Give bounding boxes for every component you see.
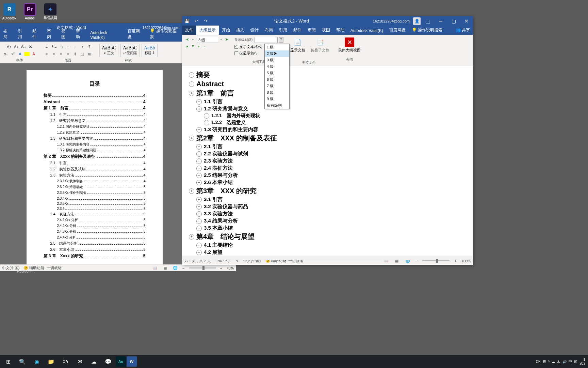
toc-entry[interactable]: 2.6 本章小结5 (44, 247, 146, 252)
justify-icon[interactable]: ≡ (65, 51, 71, 57)
tab-autodesk[interactable]: Autodesk Vault(K) (347, 27, 386, 35)
tab-baidu[interactable]: 百度网盘 (124, 27, 146, 42)
outline-document[interactable]: −摘要−Abstract+第1章 前言−1.1 引言+1.2 研究背景与意义−1… (182, 66, 473, 257)
outline-marker-icon[interactable]: − (196, 180, 202, 185)
outline-marker-icon[interactable]: − (196, 99, 202, 105)
toc-entry[interactable]: 2.3.5Xx5 (44, 201, 146, 205)
ime-indicator[interactable]: 简 (574, 359, 577, 364)
user-icon[interactable]: 👤 (413, 17, 421, 25)
level-option[interactable]: 8 级 (265, 89, 289, 96)
tab-outline[interactable]: 大纲显示 (196, 26, 219, 35)
line-spacing-icon[interactable]: ‡ (72, 51, 78, 57)
word-icon[interactable]: W (127, 356, 137, 367)
promote-icon[interactable]: ← (191, 37, 196, 42)
demote-icon[interactable]: → (219, 37, 224, 42)
tab-layout[interactable]: 布局 (0, 27, 15, 42)
tab-mailings[interactable]: 邮件 (290, 26, 305, 35)
mail-icon[interactable]: ✉ (73, 355, 86, 368)
zoom-minus[interactable]: − (182, 266, 184, 270)
tell-me[interactable]: 💡 操作说明搜索 (409, 26, 445, 35)
outline-item[interactable]: −2.5 结果与分析 (196, 172, 466, 179)
outline-item[interactable]: −1.3 研究目的和主要内容 (196, 126, 466, 133)
outline-marker-icon[interactable]: − (204, 113, 209, 119)
toc-entry[interactable]: 2.4.1Xxx 分析5 (44, 218, 146, 223)
start-button[interactable]: ⊞ (1, 355, 15, 368)
demote-to-body-icon[interactable]: ≫ (225, 37, 230, 42)
outline-marker-icon[interactable]: − (196, 204, 202, 210)
toc-entry[interactable]: 1.3.1 研究的主要内容4 (44, 142, 146, 147)
zoom-slider[interactable] (189, 267, 216, 269)
multilevel-icon[interactable]: ⊟ (58, 44, 64, 50)
explorer-icon[interactable]: 📁 (44, 355, 58, 368)
outline-marker-icon[interactable]: − (189, 72, 194, 78)
highlight-icon[interactable] (24, 52, 30, 56)
toc-entry[interactable]: 2.4.4xx 分析5 (44, 235, 146, 240)
wechat-icon[interactable]: 💬 (101, 355, 115, 368)
numbering-icon[interactable]: ⋮≡ (51, 44, 57, 50)
outline-item[interactable]: −3.4 结果与分析 (196, 218, 466, 224)
toc-entry[interactable]: 1.2.1 国内外研究现状4 (44, 124, 146, 129)
change-case-icon[interactable]: Aa (20, 44, 27, 50)
outline-marker-icon[interactable]: − (204, 120, 209, 125)
outline-item[interactable]: +第3章 XXX 的研究 (189, 186, 466, 196)
toc-entry[interactable]: 1.2 研究背景与意义4 (44, 118, 146, 123)
outline-item[interactable]: −1.2.1 国内外研究现状 (204, 113, 466, 119)
indent-right-icon[interactable]: → (72, 44, 78, 50)
show-level-dropdown[interactable] (255, 37, 278, 43)
titlebar-right[interactable]: 💾 ↶ ↷ 论文格式2 - Word 1621022264@qq.com 👤 ⬚… (182, 16, 473, 26)
tab-review[interactable]: 审阅 (44, 27, 58, 42)
level-option[interactable]: 1 级 (265, 44, 289, 50)
undo-icon[interactable]: ↶ (192, 17, 200, 25)
network-icon[interactable]: 🖧 (557, 360, 560, 364)
collapse-subdoc-button[interactable]: 📑折叠子文档 (309, 37, 331, 53)
outline-item[interactable]: −2.6 本章小结 (196, 179, 466, 186)
view-web-icon[interactable]: 🌐 (172, 265, 178, 271)
indent-left-icon[interactable]: ← (65, 44, 71, 50)
tab-design[interactable]: 设计 (247, 26, 262, 35)
share-button[interactable]: 👥 共享 (453, 26, 473, 35)
borders-icon[interactable]: ⊞ (86, 51, 93, 57)
tab-references[interactable]: 引用 (15, 27, 29, 42)
desktop-icon-adobe[interactable]: Pr Adobe (22, 3, 37, 20)
promote-to-h1-icon[interactable]: ≪ (185, 37, 190, 42)
outline-marker-icon[interactable]: − (189, 81, 194, 87)
ime-indicator[interactable]: 拼 (543, 359, 546, 364)
toc-entry[interactable]: 1.2.2 选题意义4 (44, 130, 146, 135)
redo-icon[interactable]: ↷ (202, 17, 210, 25)
tab-help[interactable]: 帮助 (333, 26, 347, 35)
outline-item[interactable]: −3.2 实验仪器与药品 (196, 203, 466, 210)
toc-entry[interactable]: 第 2 章 Xxxx 的制备及表征4 (44, 154, 146, 159)
style-heading1[interactable]: AaBb标题 1 (142, 44, 158, 57)
outline-item[interactable]: −4.2 展望 (196, 249, 466, 256)
edge-icon[interactable]: ◉ (30, 355, 44, 368)
toc-entry[interactable]: 2.2 实验仪器及试剂4 (44, 167, 146, 172)
outline-item[interactable]: −2.4 表征方法 (196, 165, 466, 171)
horizontal-scrollbar[interactable] (182, 256, 473, 260)
tab-help[interactable]: 帮助 (72, 27, 87, 42)
toc-entry[interactable]: 2.1 引言4 (44, 160, 146, 166)
level-option[interactable]: 所有级别 (265, 102, 289, 109)
toc-entry[interactable]: 1.3 研究目标和主要内容4 (44, 136, 146, 141)
tab-home[interactable]: 开始 (219, 26, 233, 35)
ime-indicator[interactable]: 中 (569, 359, 572, 364)
level-option[interactable]: 9 级 (265, 96, 289, 102)
tab-file[interactable]: 文件 (182, 26, 196, 35)
toc-entry[interactable]: 2.3.2Xx 溶液确定5 (44, 185, 146, 189)
level-option[interactable]: 5 级 (265, 70, 289, 76)
toc-entry[interactable]: 1.3.2 拟解决的关键性问题4 (44, 148, 146, 153)
outline-marker-icon[interactable]: − (196, 151, 202, 157)
tab-layout[interactable]: 布局 (262, 26, 276, 35)
tab-autodesk[interactable]: Autodesk Vault(K) (87, 29, 124, 42)
font-color-icon[interactable]: A (31, 51, 37, 57)
desktop-icon-autodesk[interactable]: R Autodesk (2, 3, 17, 20)
expand-icon[interactable]: ＋ (197, 44, 202, 49)
zoom-plus[interactable]: + (220, 266, 222, 270)
align-right-icon[interactable]: ≡ (58, 51, 64, 57)
level-option[interactable]: 2 级 (265, 50, 289, 57)
text-effects-icon[interactable]: A (17, 51, 23, 57)
tab-mailings[interactable]: 邮件 (29, 27, 44, 42)
desktop-icon-battlenet[interactable]: ✦ 暴雪战网 (43, 3, 58, 20)
toc-entry[interactable]: 2.4.2Xx 分析5 (44, 224, 146, 228)
onedrive-icon[interactable]: ☁ (552, 360, 555, 364)
superscript-icon[interactable]: x² (10, 51, 16, 57)
